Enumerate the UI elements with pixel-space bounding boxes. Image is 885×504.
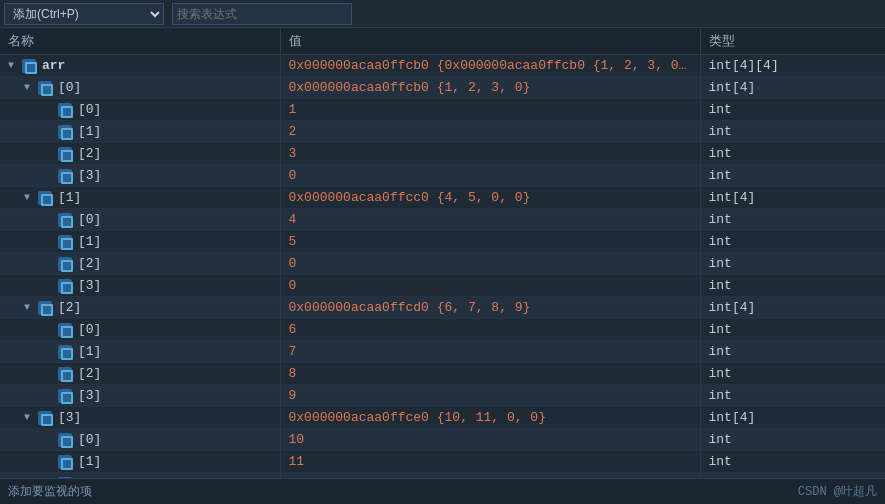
variable-icon (58, 147, 72, 161)
table-row[interactable]: [2]8int (0, 363, 885, 385)
variable-name: [2] (58, 300, 81, 315)
variable-type: int (700, 165, 885, 187)
variable-type: int (700, 253, 885, 275)
variable-type: int (700, 231, 885, 253)
variable-name: [3] (78, 168, 101, 183)
variable-icon (58, 257, 72, 271)
col-name-header: 名称 (0, 28, 280, 55)
add-watch-label[interactable]: 添加要监视的项 (8, 483, 92, 500)
watch-table: 名称 值 类型 ▼arr0x000000acaa0ffcb0 {0x000000… (0, 28, 885, 478)
variable-value: 0 (280, 165, 700, 187)
variable-name: [1] (78, 234, 101, 249)
variable-type: int (700, 341, 885, 363)
variable-value: 4 (280, 209, 700, 231)
table-row[interactable]: [0]10int (0, 429, 885, 451)
bottom-bar: 添加要监视的项 CSDN @叶超凡 (0, 478, 885, 504)
table-row[interactable]: [0]6int (0, 319, 885, 341)
table-row[interactable]: [2]0int (0, 253, 885, 275)
variable-icon (38, 301, 52, 315)
variable-value: 11 (280, 451, 700, 473)
variable-value: 1 (280, 99, 700, 121)
variable-value: 8 (280, 363, 700, 385)
variable-icon (38, 191, 52, 205)
col-value-header: 值 (280, 28, 700, 55)
top-bar: 添加(Ctrl+P) (0, 0, 885, 28)
variable-value: 0x000000acaa0ffcc0 {4, 5, 0, 0} (280, 187, 700, 209)
variable-value: 6 (280, 319, 700, 341)
variable-icon (58, 433, 72, 447)
variable-type: int (700, 209, 885, 231)
variable-name: [1] (78, 454, 101, 469)
variable-value: 0x000000acaa0ffcb0 {0x000000acaa0ffcb0 {… (280, 55, 700, 77)
table-row[interactable]: [1]11int (0, 451, 885, 473)
variable-name: [2] (78, 146, 101, 161)
variable-icon (58, 169, 72, 183)
search-input[interactable] (172, 3, 352, 25)
variable-name: [3] (58, 410, 81, 425)
variable-icon (58, 477, 72, 479)
variable-name: [3] (78, 278, 101, 293)
variable-name: [0] (78, 102, 101, 117)
table-header: 名称 值 类型 (0, 28, 885, 55)
table-row[interactable]: [1]5int (0, 231, 885, 253)
variable-value: 0 (280, 253, 700, 275)
variable-name: [1] (78, 124, 101, 139)
expand-icon[interactable]: ▼ (24, 82, 34, 93)
variable-icon (58, 389, 72, 403)
table-row[interactable]: [1]2int (0, 121, 885, 143)
table-row[interactable]: [0]1int (0, 99, 885, 121)
expand-icon[interactable]: ▼ (24, 412, 34, 423)
variable-name: [0] (58, 80, 81, 95)
variable-name: [1] (78, 344, 101, 359)
variable-icon (38, 81, 52, 95)
expand-icon[interactable]: ▼ (8, 60, 18, 71)
variable-icon (58, 279, 72, 293)
variable-value: 9 (280, 385, 700, 407)
variable-type: int[4] (700, 407, 885, 429)
table-row[interactable]: ▼arr0x000000acaa0ffcb0 {0x000000acaa0ffc… (0, 55, 885, 77)
table-row[interactable]: [2]3int (0, 143, 885, 165)
variable-name: [2] (78, 256, 101, 271)
variable-type: int[4] (700, 297, 885, 319)
variable-name: arr (42, 58, 65, 73)
col-type-header: 类型 (700, 28, 885, 55)
variable-type: int (700, 275, 885, 297)
table-row[interactable]: [3]0int (0, 165, 885, 187)
table-row[interactable]: [3]0int (0, 275, 885, 297)
variable-type: int (700, 319, 885, 341)
table-row[interactable]: [3]9int (0, 385, 885, 407)
expand-icon[interactable]: ▼ (24, 192, 34, 203)
variable-icon (58, 455, 72, 469)
variable-type: int (700, 363, 885, 385)
variable-type: int (700, 121, 885, 143)
variable-value: 3 (280, 143, 700, 165)
variable-type: int (700, 99, 885, 121)
table-row[interactable]: [0]4int (0, 209, 885, 231)
expand-icon[interactable]: ▼ (24, 302, 34, 313)
variable-type: int[4] (700, 77, 885, 99)
variable-icon (58, 235, 72, 249)
table-row[interactable]: ▼[1]0x000000acaa0ffcc0 {4, 5, 0, 0}int[4… (0, 187, 885, 209)
variable-icon (58, 367, 72, 381)
variable-value: 0x000000acaa0ffcd0 {6, 7, 8, 9} (280, 297, 700, 319)
variable-icon (58, 213, 72, 227)
variable-type: int (700, 385, 885, 407)
variable-icon (38, 411, 52, 425)
variable-value: 0x000000acaa0ffce0 {10, 11, 0, 0} (280, 407, 700, 429)
variable-value: 0 (280, 275, 700, 297)
variable-type: int[4][4] (700, 55, 885, 77)
variable-value: 0x000000acaa0ffcb0 {1, 2, 3, 0} (280, 77, 700, 99)
variable-type: int (700, 429, 885, 451)
variable-name: [3] (78, 388, 101, 403)
variable-value: 7 (280, 341, 700, 363)
table-row[interactable]: ▼[0]0x000000acaa0ffcb0 {1, 2, 3, 0}int[4… (0, 77, 885, 99)
table-row[interactable]: [1]7int (0, 341, 885, 363)
table-row[interactable]: ▼[3]0x000000acaa0ffce0 {10, 11, 0, 0}int… (0, 407, 885, 429)
frame-dropdown[interactable]: 添加(Ctrl+P) (4, 3, 164, 25)
variable-value: 5 (280, 231, 700, 253)
table-row[interactable]: ▼[2]0x000000acaa0ffcd0 {6, 7, 8, 9}int[4… (0, 297, 885, 319)
variable-icon (58, 125, 72, 139)
variable-name: [2] (78, 476, 101, 478)
variable-icon (58, 323, 72, 337)
variable-type: int (700, 143, 885, 165)
